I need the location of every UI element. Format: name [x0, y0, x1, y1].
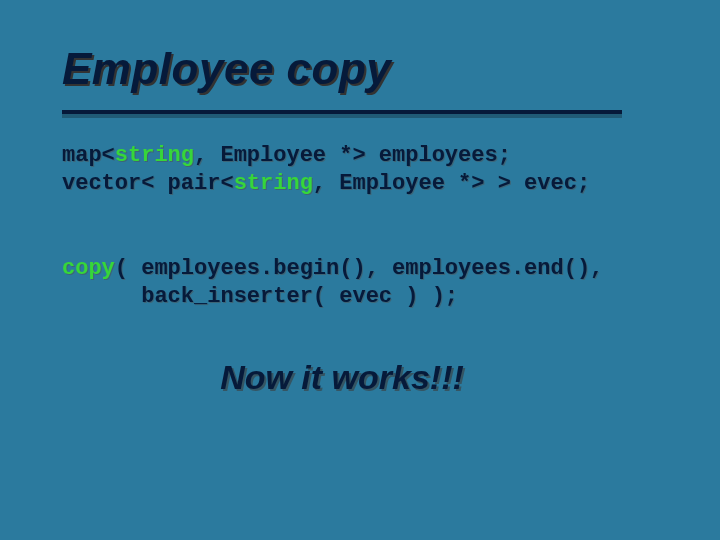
code-text: map< [62, 143, 115, 168]
code-highlight-string: string [115, 143, 194, 168]
code-text: , Employee *> > evec; [313, 171, 590, 196]
code-block-declarations: map<string, Employee *> employees; vecto… [62, 142, 708, 197]
conclusion-text: Now it works!!! [62, 358, 622, 397]
title-underline [62, 110, 622, 114]
code-text: , Employee *> employees; [194, 143, 511, 168]
code-highlight-copy: copy [62, 256, 115, 281]
slide-title: Employee copy [62, 44, 708, 94]
slide: Employee copy map<string, Employee *> em… [62, 44, 708, 528]
code-text: back_inserter( evec ) ); [62, 284, 458, 309]
code-block-copy: copy( employees.begin(), employees.end()… [62, 255, 708, 310]
code-text: ( employees.begin(), employees.end(), [115, 256, 603, 281]
code-text: vector< pair< [62, 171, 234, 196]
code-highlight-string: string [234, 171, 313, 196]
